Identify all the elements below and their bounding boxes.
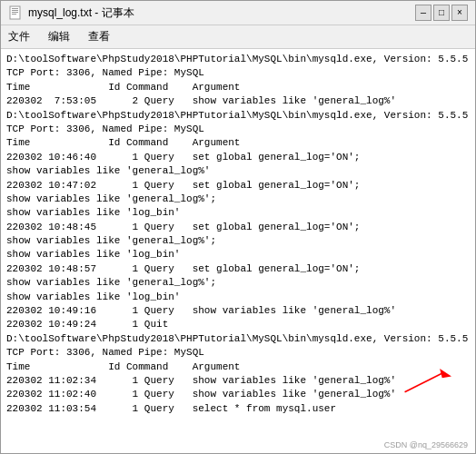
log-line: TCP Port: 3306, Named Pipe: MySQL — [6, 66, 470, 80]
log-line: Time Id Command Argument — [6, 136, 470, 150]
window-title: mysql_log.txt - 记事本 — [28, 5, 410, 21]
svg-rect-4 — [12, 14, 16, 15]
log-line: 220302 10:49:24 1 Quit — [6, 318, 470, 331]
log-line: TCP Port: 3306, Named Pipe: MySQL — [6, 123, 470, 136]
svg-rect-3 — [12, 12, 18, 13]
log-line: D:\toolSoftware\PhpStudy2018\PHPTutorial… — [6, 53, 470, 66]
notepad-window: mysql_log.txt - 记事本 — □ × 文件 编辑 查看 D:\to… — [0, 0, 476, 454]
log-line: show variables like 'log_bin' — [6, 248, 470, 262]
window-controls: — □ × — [415, 5, 468, 21]
log-line: show variables like 'log_bin' — [6, 291, 470, 304]
log-container: D:\toolSoftware\PhpStudy2018\PHPTutorial… — [6, 53, 470, 416]
log-line: 220302 10:47:02 1 Query set global gener… — [6, 179, 470, 192]
log-line: D:\toolSoftware\PhpStudy2018\PHPTutorial… — [6, 332, 470, 346]
svg-rect-1 — [12, 8, 18, 9]
log-line: show variables like 'general_log%'; — [6, 276, 470, 290]
log-line: 220302 11:02:34 1 Query show variables l… — [6, 374, 470, 388]
title-bar: mysql_log.txt - 记事本 — □ × — [1, 1, 475, 25]
log-line: show variables like 'general_log%' — [6, 164, 470, 178]
log-line: 220302 11:02:40 1 Query show variables l… — [6, 388, 470, 401]
minimize-button[interactable]: — — [415, 5, 431, 21]
log-line: 220302 11:03:54 1 Query select * from my… — [6, 402, 470, 416]
log-line: show variables like 'general_log%'; — [6, 192, 470, 206]
menu-file[interactable]: 文件 — [5, 27, 34, 46]
log-line: 220302 10:49:16 1 Query show variables l… — [6, 304, 470, 318]
log-line: Time Id Command Argument — [6, 360, 470, 374]
log-line: 220302 7:53:05 2 Query show variables li… — [6, 94, 470, 108]
maximize-button[interactable]: □ — [433, 5, 450, 21]
log-line: 220302 10:48:57 1 Query set global gener… — [6, 262, 470, 276]
watermark: CSDN @nq_29566629 — [384, 440, 468, 449]
log-line: 220302 10:48:45 1 Query set global gener… — [6, 221, 470, 234]
log-line: show variables like 'log_bin' — [6, 206, 470, 220]
svg-rect-2 — [12, 10, 18, 11]
log-lines: D:\toolSoftware\PhpStudy2018\PHPTutorial… — [6, 53, 470, 416]
menu-edit[interactable]: 编辑 — [45, 27, 74, 46]
menu-bar: 文件 编辑 查看 — [1, 25, 475, 49]
log-line: 220302 10:46:40 1 Query set global gener… — [6, 151, 470, 164]
close-button[interactable]: × — [451, 5, 468, 21]
notepad-icon — [8, 5, 23, 20]
log-line: TCP Port: 3306, Named Pipe: MySQL — [6, 346, 470, 360]
menu-view[interactable]: 查看 — [84, 27, 114, 46]
log-line: D:\toolSoftware\PhpStudy2018\PHPTutorial… — [6, 109, 470, 123]
log-content-area[interactable]: D:\toolSoftware\PhpStudy2018\PHPTutorial… — [1, 49, 475, 453]
log-line: show variables like 'general_log%'; — [6, 234, 470, 248]
log-line: Time Id Command Argument — [6, 81, 470, 94]
